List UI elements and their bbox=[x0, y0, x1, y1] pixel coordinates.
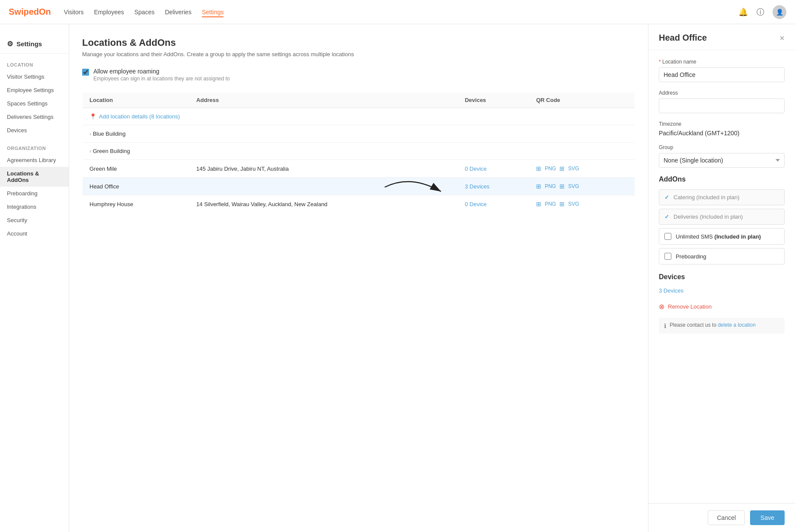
panel-header: Head Office × bbox=[648, 24, 795, 50]
nav-deliveries[interactable]: Deliveries bbox=[165, 7, 191, 17]
col-qrcode: QR Code bbox=[529, 92, 635, 108]
png-button[interactable]: PNG bbox=[545, 166, 556, 172]
svg-button[interactable]: SVG bbox=[568, 183, 579, 189]
app-logo[interactable]: SwipedOn bbox=[9, 7, 51, 17]
devices-link[interactable]: 3 Devices bbox=[659, 287, 683, 294]
location-name-cell: Humphrey House bbox=[83, 195, 190, 213]
sidebar-item-employee-settings[interactable]: Employee Settings bbox=[0, 83, 69, 97]
location-devices-cell: 0 Device bbox=[458, 160, 529, 178]
locations-table: Location Address Devices QR Code 📍 Add l… bbox=[82, 92, 635, 213]
avatar-icon: 👤 bbox=[776, 9, 783, 16]
page-description: Manage your locations and their AddOns. … bbox=[82, 51, 635, 57]
sidebar-item-locations-addons[interactable]: Locations & AddOns bbox=[0, 167, 69, 187]
notification-icon[interactable]: 🔔 bbox=[738, 7, 748, 17]
table-row[interactable]: › Green Building bbox=[83, 143, 635, 160]
addon-catering: ✓ Catering (Included in plan) bbox=[659, 189, 785, 205]
info-circle-icon: ℹ bbox=[664, 322, 666, 329]
side-panel: Head Office × * Location name Address Ti… bbox=[648, 24, 795, 532]
addon-sms-label: Unlimited SMS (Included in plan) bbox=[676, 233, 761, 240]
remove-location-button[interactable]: ⊗ Remove Location bbox=[659, 303, 785, 311]
addon-preboarding: Preboarding bbox=[659, 248, 785, 264]
chevron-right-icon: › bbox=[89, 131, 91, 137]
sidebar: ⚙ Settings LOCATION Visitor Settings Emp… bbox=[0, 24, 69, 532]
table-row[interactable]: Head Office 3 Devices ⊞ PNG ⊞ SVG bbox=[83, 178, 635, 195]
address-input[interactable] bbox=[659, 99, 785, 113]
devices-title: Devices bbox=[659, 273, 785, 281]
addon-sms-checkbox[interactable] bbox=[664, 233, 671, 240]
qr-icon: ⊞ bbox=[536, 183, 541, 190]
location-qr-cell: ⊞ PNG ⊞ SVG bbox=[529, 195, 635, 213]
employee-roaming-sublabel: Employees can sign in at locations they … bbox=[93, 76, 230, 82]
sidebar-title-label: Settings bbox=[16, 40, 42, 48]
employee-roaming-checkbox[interactable] bbox=[82, 69, 89, 76]
sidebar-title: ⚙ Settings bbox=[0, 33, 69, 54]
location-name-input[interactable] bbox=[659, 67, 785, 82]
location-pin-icon: 📍 bbox=[89, 113, 96, 120]
save-button[interactable]: Save bbox=[750, 510, 785, 525]
nav-visitors[interactable]: Visitors bbox=[64, 7, 84, 17]
page-title: Locations & AddOns bbox=[82, 37, 635, 48]
location-address-cell: 145 Jabiru Drive, Jabiru NT, Australia bbox=[189, 160, 458, 178]
remove-location-label: Remove Location bbox=[668, 303, 712, 310]
delete-location-link[interactable]: delete a location bbox=[718, 322, 755, 328]
add-location-link[interactable]: 📍 Add location details (8 locations) bbox=[89, 113, 628, 120]
location-qr-cell: ⊞ PNG ⊞ SVG bbox=[529, 160, 635, 178]
nav-right: 🔔 ⓘ 👤 bbox=[738, 5, 786, 19]
check-icon: ✓ bbox=[664, 213, 669, 220]
svg-button[interactable]: SVG bbox=[568, 201, 579, 207]
qr-icon: ⊞ bbox=[536, 165, 541, 172]
device-link[interactable]: 3 Devices bbox=[465, 183, 489, 190]
addon-catering-label: Catering (Included in plan) bbox=[674, 194, 739, 201]
location-name-cell: Head Office bbox=[83, 178, 190, 195]
panel-close-button[interactable]: × bbox=[779, 34, 785, 42]
app-layout: ⚙ Settings LOCATION Visitor Settings Emp… bbox=[0, 24, 795, 532]
sidebar-item-visitor-settings[interactable]: Visitor Settings bbox=[0, 70, 69, 83]
device-link[interactable]: 0 Device bbox=[465, 201, 487, 207]
location-address-cell: 14 Silverfield, Wairau Valley, Auckland,… bbox=[189, 195, 458, 213]
sidebar-item-integrations[interactable]: Integrations bbox=[0, 200, 69, 213]
addon-preboarding-checkbox[interactable] bbox=[664, 253, 671, 260]
group-select[interactable]: None (Single location) bbox=[659, 153, 785, 168]
panel-body: * Location name Address Timezone Pacific… bbox=[648, 50, 795, 503]
user-avatar[interactable]: 👤 bbox=[773, 5, 786, 19]
location-address-cell bbox=[189, 178, 458, 195]
table-row: 📍 Add location details (8 locations) bbox=[83, 108, 635, 125]
sidebar-section-organization: ORGANIZATION bbox=[0, 140, 69, 153]
col-devices: Devices bbox=[458, 92, 529, 108]
addons-section: AddOns ✓ Catering (Included in plan) ✓ D… bbox=[659, 175, 785, 264]
addon-deliveries: ✓ Deliveries (Included in plan) bbox=[659, 209, 785, 225]
main-content: Locations & AddOns Manage your locations… bbox=[69, 24, 648, 532]
sidebar-item-devices[interactable]: Devices bbox=[0, 124, 69, 137]
col-address: Address bbox=[189, 92, 458, 108]
png-button[interactable]: PNG bbox=[545, 183, 556, 189]
qr-icon-2: ⊞ bbox=[559, 165, 565, 172]
employee-roaming-label: Allow employee roaming bbox=[93, 68, 230, 75]
table-row[interactable]: Humphrey House 14 Silverfield, Wairau Va… bbox=[83, 195, 635, 213]
table-row[interactable]: › Blue Building bbox=[83, 125, 635, 143]
required-star: * bbox=[659, 59, 662, 65]
sidebar-item-spaces-settings[interactable]: Spaces Settings bbox=[0, 97, 69, 110]
cancel-button[interactable]: Cancel bbox=[708, 510, 745, 525]
nav-employees[interactable]: Employees bbox=[94, 7, 124, 17]
svg-button[interactable]: SVG bbox=[568, 166, 579, 172]
info-icon[interactable]: ⓘ bbox=[755, 7, 766, 17]
location-devices-cell: 3 Devices bbox=[458, 178, 529, 195]
sidebar-item-security[interactable]: Security bbox=[0, 213, 69, 227]
address-label: Address bbox=[659, 90, 785, 96]
nav-settings[interactable]: Settings bbox=[202, 7, 224, 17]
sidebar-item-account[interactable]: Account bbox=[0, 227, 69, 240]
nav-spaces[interactable]: Spaces bbox=[134, 7, 155, 17]
panel-title: Head Office bbox=[659, 33, 707, 43]
sidebar-item-preboarding[interactable]: Preboarding bbox=[0, 187, 69, 200]
sidebar-item-deliveries-settings[interactable]: Deliveries Settings bbox=[0, 110, 69, 124]
location-devices-cell: 0 Device bbox=[458, 195, 529, 213]
col-location: Location bbox=[83, 92, 190, 108]
device-link[interactable]: 0 Device bbox=[465, 166, 487, 172]
nav-links: Visitors Employees Spaces Deliveries Set… bbox=[64, 7, 224, 17]
png-button[interactable]: PNG bbox=[545, 201, 556, 207]
table-row[interactable]: Green Mile 145 Jabiru Drive, Jabiru NT, … bbox=[83, 160, 635, 178]
info-text: Please contact us to bbox=[670, 322, 718, 328]
group-label: Group bbox=[659, 144, 785, 150]
check-icon: ✓ bbox=[664, 194, 669, 201]
sidebar-item-agreements-library[interactable]: Agreements Library bbox=[0, 153, 69, 167]
